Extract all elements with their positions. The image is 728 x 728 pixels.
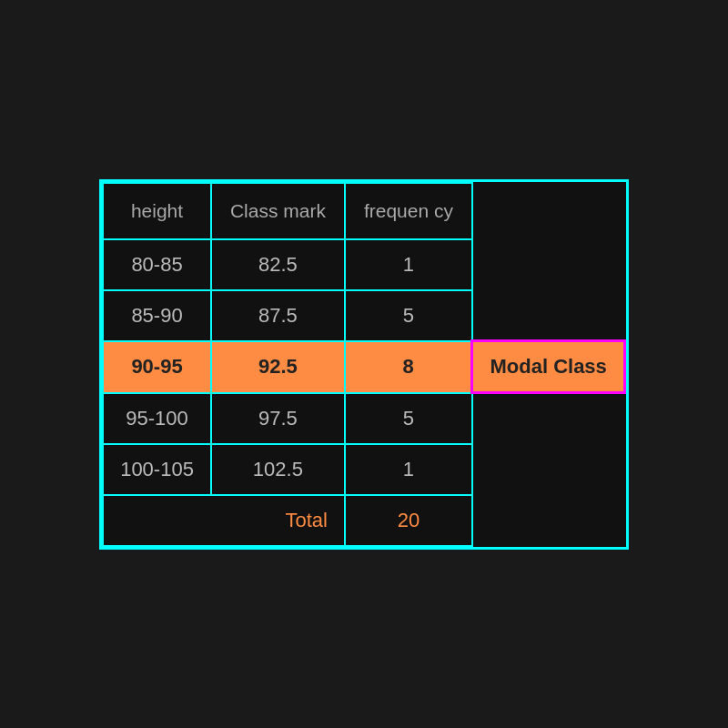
total-row: Total 20 xyxy=(103,495,624,546)
height-cell: 90-95 xyxy=(103,341,211,393)
stats-table-container: height Class mark frequen cy 80-85 82.5 … xyxy=(99,179,629,550)
modal-class-row: 90-95 92.5 8 Modal Class xyxy=(103,341,624,393)
frequency-cell: 1 xyxy=(345,444,472,495)
height-cell: 80-85 xyxy=(103,239,211,290)
class-mark-cell: 87.5 xyxy=(211,290,345,341)
header-height: height xyxy=(103,183,211,239)
header-class-mark: Class mark xyxy=(211,183,345,239)
header-frequency: frequen cy xyxy=(345,183,472,239)
height-cell: 100-105 xyxy=(103,444,211,495)
table-row: 100-105 102.5 1 xyxy=(103,444,624,495)
frequency-cell: 1 xyxy=(345,239,472,290)
class-mark-cell: 102.5 xyxy=(211,444,345,495)
table-row: 95-100 97.5 5 xyxy=(103,393,624,444)
table-row: 85-90 87.5 5 xyxy=(103,290,624,341)
frequency-cell: 5 xyxy=(345,393,472,444)
frequency-cell: 5 xyxy=(345,290,472,341)
table-header-row: height Class mark frequen cy xyxy=(103,183,624,239)
frequency-table: height Class mark frequen cy 80-85 82.5 … xyxy=(102,182,626,547)
modal-class-label: Modal Class xyxy=(472,341,624,393)
height-cell: 95-100 xyxy=(103,393,211,444)
table-row: 80-85 82.5 1 xyxy=(103,239,624,290)
class-mark-cell: 97.5 xyxy=(211,393,345,444)
height-cell: 85-90 xyxy=(103,290,211,341)
class-mark-cell: 82.5 xyxy=(211,239,345,290)
class-mark-cell: 92.5 xyxy=(211,341,345,393)
total-value: 20 xyxy=(345,495,472,546)
total-label: Total xyxy=(103,495,345,546)
frequency-cell: 8 xyxy=(345,341,472,393)
